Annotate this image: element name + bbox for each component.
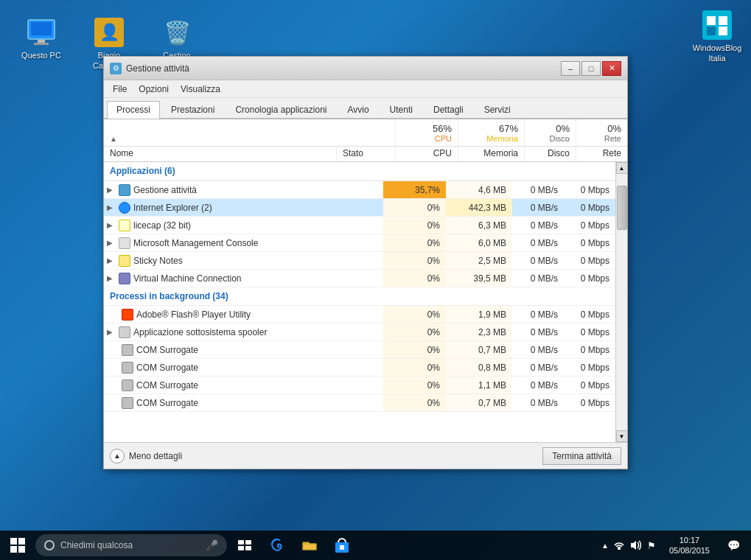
section-title-background: Processi in background (34) xyxy=(104,287,615,305)
notification-button[interactable]: 💬 xyxy=(719,531,748,560)
tab-cronologia[interactable]: Cronologia applicazioni xyxy=(226,101,336,118)
col-cpu[interactable]: CPU xyxy=(395,147,458,161)
col-disco[interactable]: Disco xyxy=(524,147,576,161)
scroll-down-arrow[interactable]: ▼ xyxy=(616,430,628,442)
maximize-button[interactable]: □ xyxy=(581,61,601,76)
col-memoria[interactable]: Memoria xyxy=(458,147,524,161)
start-button[interactable] xyxy=(3,531,32,560)
process-icon xyxy=(122,362,133,374)
scrollbar-thumb[interactable] xyxy=(617,186,627,230)
close-button[interactable]: ✕ xyxy=(602,61,621,76)
tab-dettagli[interactable]: Dettagli xyxy=(424,101,473,118)
network-tray-icon[interactable] xyxy=(613,539,625,551)
file-explorer-button[interactable] xyxy=(295,531,324,560)
tab-prestazioni[interactable]: Prestazioni xyxy=(161,101,224,118)
menu-file[interactable]: File xyxy=(107,83,133,96)
store-button[interactable] xyxy=(327,531,357,560)
table-rows: Applicazioni (6) ▶ Gestione attività 35,… xyxy=(104,162,615,412)
flag-tray-icon[interactable]: ⚑ xyxy=(646,539,657,551)
mem-cell: 0,7 MB xyxy=(446,394,512,411)
desktop-icon-questo-pc-label: Questo PC xyxy=(21,50,61,60)
table-row[interactable]: COM Surrogate 0% 0,7 MB 0 MB/s 0 Mbps xyxy=(104,394,615,412)
cpu-cell: 0% xyxy=(383,394,446,411)
process-name: COM Surrogate xyxy=(136,398,198,408)
tab-avvio[interactable]: Avvio xyxy=(338,101,378,118)
expand-icon[interactable]: ▶ xyxy=(107,256,116,265)
net-cell: 0 Mbps xyxy=(564,199,615,216)
mem-cell: 2,5 MB xyxy=(446,252,512,269)
net-cell: 0 Mbps xyxy=(564,323,615,340)
expand-icon[interactable]: ▶ xyxy=(107,239,116,247)
table-row[interactable]: ▶ Gestione attività 35,7% 4,6 MB 0 MB/s … xyxy=(104,181,615,199)
svg-rect-5 xyxy=(707,16,716,25)
col-rete[interactable]: Rete xyxy=(576,147,627,161)
net-cell: 0 Mbps xyxy=(564,394,615,411)
th-memoria[interactable]: 67% Memoria xyxy=(458,119,524,146)
th-disco[interactable]: 0% Disco xyxy=(524,119,576,146)
col-stato[interactable]: Stato xyxy=(336,147,395,161)
winblog-label: WindowsBlog Italia xyxy=(693,43,742,64)
tab-processi[interactable]: Processi xyxy=(107,101,160,119)
search-bar[interactable]: Chiedimi qualcosa 🎤 xyxy=(35,534,227,556)
menu-opzioni[interactable]: Opzioni xyxy=(133,83,175,96)
taskbar: Chiedimi qualcosa 🎤 xyxy=(0,531,751,560)
table-row[interactable]: ▶ licecap (32 bit) 0% 6,3 MB 0 MB/s 0 Mb… xyxy=(104,217,615,234)
net-cell: 0 Mbps xyxy=(564,306,615,323)
less-details-button[interactable]: ▲ Meno dettagli xyxy=(110,449,182,463)
sort-arrow-icon: ▲ xyxy=(110,135,117,143)
net-label: Rete xyxy=(604,134,621,143)
show-hidden-icons[interactable]: ▲ xyxy=(601,542,609,550)
table-row[interactable]: COM Surrogate 0% 0,8 MB 0 MB/s 0 Mbps xyxy=(104,359,615,377)
less-details-label: Meno dettagli xyxy=(129,451,182,461)
mem-cell: 4,6 MB xyxy=(446,181,512,198)
volume-tray-icon[interactable] xyxy=(629,539,641,551)
expand-icon[interactable]: ▶ xyxy=(107,221,116,229)
tab-servizi[interactable]: Servizi xyxy=(475,101,520,118)
expand-icon[interactable]: ▶ xyxy=(107,203,116,211)
system-clock[interactable]: 10:17 05/08/2015 xyxy=(663,535,716,556)
table-row[interactable]: ▶ Sticky Notes 0% 2,5 MB 0 MB/s 0 Mbps xyxy=(104,252,615,270)
section-title-applications: Applicazioni (6) xyxy=(104,162,615,181)
menu-visualizza[interactable]: Visualizza xyxy=(175,83,226,96)
scrollbar[interactable]: ▲ ▼ xyxy=(615,162,627,442)
expand-icon[interactable]: ▶ xyxy=(107,186,116,194)
scroll-up-arrow[interactable]: ▲ xyxy=(616,162,628,174)
mem-percent: 67% xyxy=(499,123,518,134)
desktop-icon-questo-pc[interactable]: Questo PC xyxy=(15,15,68,74)
table-row[interactable]: COM Surrogate 0% 1,1 MB 0 MB/s 0 Mbps xyxy=(104,377,615,394)
expand-icon[interactable]: ▶ xyxy=(107,328,116,336)
table-row[interactable]: ▶ Virtual Machine Connection 0% 39,5 MB … xyxy=(104,270,615,287)
disk-cell: 0 MB/s xyxy=(512,199,564,216)
table-row[interactable]: COM Surrogate 0% 0,7 MB 0 MB/s 0 Mbps xyxy=(104,341,615,359)
task-view-button[interactable] xyxy=(230,531,259,560)
microphone-icon[interactable]: 🎤 xyxy=(206,539,218,551)
stato-cell xyxy=(324,234,383,251)
process-icon xyxy=(122,397,133,409)
desktop-icon-winblog[interactable]: WindowsBlog Italia xyxy=(691,7,744,67)
svg-rect-10 xyxy=(245,540,251,545)
mem-cell: 6,3 MB xyxy=(446,217,512,234)
table-row[interactable]: ▶ Applicazione sottosistema spooler 0% 2… xyxy=(104,323,615,341)
svg-rect-1 xyxy=(31,22,52,35)
table-row[interactable]: ▶ Internet Explorer (2) 0% 442,3 MB 0 MB… xyxy=(104,199,615,217)
less-details-icon: ▲ xyxy=(110,449,125,463)
col-nome[interactable]: Nome xyxy=(104,147,336,161)
terminate-button[interactable]: Termina attività xyxy=(542,447,621,465)
desktop: Questo PC 👤 Biagio Catalano 🗑️ Cestino xyxy=(0,0,751,560)
th-rete[interactable]: 0% Rete xyxy=(576,119,627,146)
cpu-cell: 0% xyxy=(383,323,446,340)
window-controls: – □ ✕ xyxy=(561,61,621,76)
table-row[interactable]: ▶ Microsoft Management Console 0% 6,0 MB… xyxy=(104,234,615,252)
net-cell: 0 Mbps xyxy=(564,341,615,358)
table-row[interactable]: Adobe® Flash® Player Utility 0% 1,9 MB 0… xyxy=(104,306,615,323)
name-cell: ▶ Sticky Notes xyxy=(104,252,324,269)
th-cpu[interactable]: 56% CPU xyxy=(395,119,458,146)
expand-icon[interactable]: ▶ xyxy=(107,274,116,282)
tab-utenti[interactable]: Utenti xyxy=(380,101,422,118)
svg-rect-12 xyxy=(245,546,251,550)
section-header-applications: Applicazioni (6) xyxy=(104,162,615,181)
process-name: Adobe® Flash® Player Utility xyxy=(136,309,251,320)
svg-rect-9 xyxy=(238,540,244,545)
minimize-button[interactable]: – xyxy=(561,61,580,76)
edge-button[interactable] xyxy=(262,531,292,560)
